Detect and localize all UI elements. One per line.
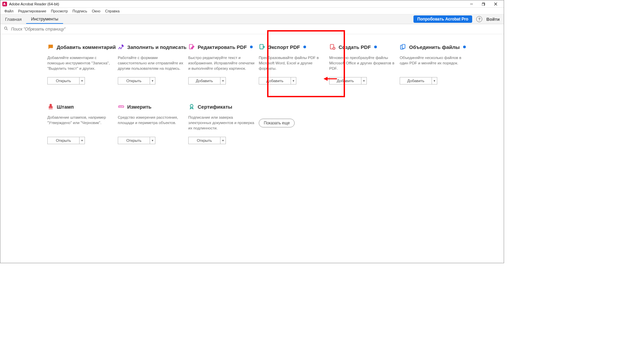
- edit-icon: [188, 44, 195, 50]
- tool-card: Заполнить и подписать Работайте с формам…: [118, 44, 185, 84]
- premium-indicator-icon: [374, 46, 377, 48]
- svg-point-2: [4, 27, 7, 29]
- tool-card: Создать PDF Мгновенно преобразуйте файлы…: [329, 44, 396, 84]
- close-button[interactable]: [490, 0, 502, 8]
- searchbar: [0, 24, 504, 34]
- menu-file[interactable]: Файл: [2, 8, 15, 14]
- tool-action-button[interactable]: Добавить ▼: [329, 77, 367, 84]
- stamp-icon: [47, 103, 54, 110]
- svg-point-10: [190, 104, 193, 107]
- svg-rect-1: [482, 3, 484, 6]
- tool-title: Создать PDF: [339, 44, 371, 50]
- tool-description: Преобразовывайте файлы PDF в Microsoft W…: [259, 55, 326, 72]
- tool-action-dropdown[interactable]: ▼: [361, 77, 366, 84]
- tool-action-button[interactable]: Открыть ▼: [47, 77, 85, 84]
- tool-description: Подписание или заверка электронных докум…: [188, 115, 255, 131]
- content-area: Добавить комментарий Добавляйте коммента…: [0, 34, 504, 144]
- svg-rect-4: [260, 45, 263, 49]
- search-icon: [4, 26, 8, 32]
- tool-action-dropdown[interactable]: ▼: [150, 137, 155, 144]
- tool-description: Мгновенно преобразуйте файлы Microsoft O…: [329, 55, 396, 72]
- tool-title: Добавить комментарий: [57, 44, 116, 50]
- tool-description: Работайте с формами самостоятельно или о…: [118, 55, 185, 72]
- measure-icon: [118, 103, 125, 110]
- tab-home[interactable]: Главная: [0, 14, 26, 24]
- tool-title: Сертификаты: [198, 104, 232, 110]
- try-acrobat-pro-button[interactable]: Попробовать Acrobat Pro: [413, 15, 473, 23]
- titlebar: Adobe Acrobat Reader (64-bit): [0, 0, 504, 8]
- tool-title: Штамп: [57, 104, 74, 110]
- tab-tools[interactable]: Инструменты: [26, 14, 63, 24]
- tool-action-dropdown[interactable]: ▼: [220, 137, 226, 144]
- menu-window[interactable]: Окно: [90, 8, 103, 14]
- premium-indicator-icon: [250, 46, 253, 48]
- app-window: Adobe Acrobat Reader (64-bit) Файл Редак…: [0, 0, 504, 263]
- tool-action-label: Добавить: [330, 77, 361, 84]
- window-title: Adobe Acrobat Reader (64-bit): [9, 2, 59, 6]
- tool-title: Измерить: [127, 104, 151, 110]
- tool-card: Экспорт PDF Преобразовывайте файлы PDF в…: [259, 44, 326, 84]
- show-more-button[interactable]: Показать еще: [259, 119, 295, 127]
- menu-edit[interactable]: Редактирование: [16, 8, 48, 14]
- tool-card: Сертификаты Подписание или заверка элект…: [188, 103, 255, 144]
- menu-view[interactable]: Просмотр: [49, 8, 70, 14]
- tool-action-button[interactable]: Открыть ▼: [118, 77, 155, 84]
- premium-indicator-icon: [303, 46, 306, 48]
- premium-indicator-icon: [463, 46, 466, 48]
- tool-action-dropdown[interactable]: ▼: [79, 137, 85, 144]
- comment-icon: [47, 44, 54, 50]
- tool-action-dropdown[interactable]: ▼: [432, 77, 437, 84]
- tool-card: Редактировать PDF Быстро редактируйте те…: [188, 44, 255, 84]
- tool-title: Экспорт PDF: [268, 44, 300, 50]
- tool-card: Объединить файлы Объединяйте несколько ф…: [400, 44, 467, 84]
- tool-action-label: Добавить: [400, 77, 432, 84]
- tool-action-label: Добавить: [189, 77, 220, 84]
- tool-title: Объединить файлы: [409, 44, 460, 50]
- search-input[interactable]: [11, 27, 500, 32]
- tool-action-dropdown[interactable]: ▼: [79, 77, 85, 84]
- tool-action-button[interactable]: Открыть ▼: [188, 137, 226, 144]
- minimize-button[interactable]: [465, 0, 478, 8]
- create-icon: [329, 44, 336, 50]
- tool-description: Средство измерения расстояния, площади и…: [118, 115, 185, 131]
- cert-icon: [188, 103, 195, 110]
- tool-action-button[interactable]: Открыть ▼: [47, 137, 85, 144]
- tool-action-label: Открыть: [118, 77, 150, 84]
- tool-action-label: Открыть: [189, 137, 220, 144]
- help-icon[interactable]: ?: [476, 16, 482, 22]
- signin-button[interactable]: Войти: [486, 17, 500, 22]
- menu-sign[interactable]: Подпись: [70, 8, 89, 14]
- tool-action-label: Открыть: [118, 137, 150, 144]
- tool-action-button[interactable]: Добавить ▼: [400, 77, 437, 84]
- tool-title: Заполнить и подписать: [127, 44, 187, 50]
- tool-description: Добавление штампов, например "Утверждено…: [47, 115, 114, 131]
- tool-title: Редактировать PDF: [198, 44, 247, 50]
- tool-action-label: Добавить: [259, 77, 291, 84]
- tabs: Главная Инструменты: [0, 14, 63, 24]
- toolbar: Главная Инструменты Попробовать Acrobat …: [0, 14, 504, 24]
- tool-action-dropdown[interactable]: ▼: [220, 77, 226, 84]
- tool-description: Быстро редактируйте текст и изображения.…: [188, 55, 255, 72]
- menu-help[interactable]: Справка: [103, 8, 121, 14]
- tool-description: Добавляйте комментарии с помощью инструм…: [47, 55, 114, 72]
- tool-action-button[interactable]: Добавить ▼: [188, 77, 226, 84]
- menubar: Файл Редактирование Просмотр Подпись Окн…: [0, 8, 504, 14]
- tool-card: Штамп Добавление штампов, например "Утве…: [47, 103, 114, 144]
- tool-action-button[interactable]: Добавить ▼: [259, 77, 296, 84]
- tool-action-dropdown[interactable]: ▼: [150, 77, 155, 84]
- combine-icon: [400, 44, 406, 50]
- svg-rect-8: [402, 45, 405, 49]
- tool-action-button[interactable]: Открыть ▼: [118, 137, 155, 144]
- app-icon: [2, 2, 7, 6]
- tool-action-label: Открыть: [48, 137, 79, 144]
- tool-description: Объединяйте несколько файлов в один PDF …: [400, 55, 467, 72]
- tool-action-label: Открыть: [48, 77, 79, 84]
- tool-card: Измерить Средство измерения расстояния, …: [118, 103, 185, 144]
- export-icon: [259, 44, 265, 50]
- maximize-button[interactable]: [478, 0, 490, 8]
- sign-icon: [118, 44, 125, 50]
- tool-card: Добавить комментарий Добавляйте коммента…: [47, 44, 114, 84]
- tool-action-dropdown[interactable]: ▼: [291, 77, 296, 84]
